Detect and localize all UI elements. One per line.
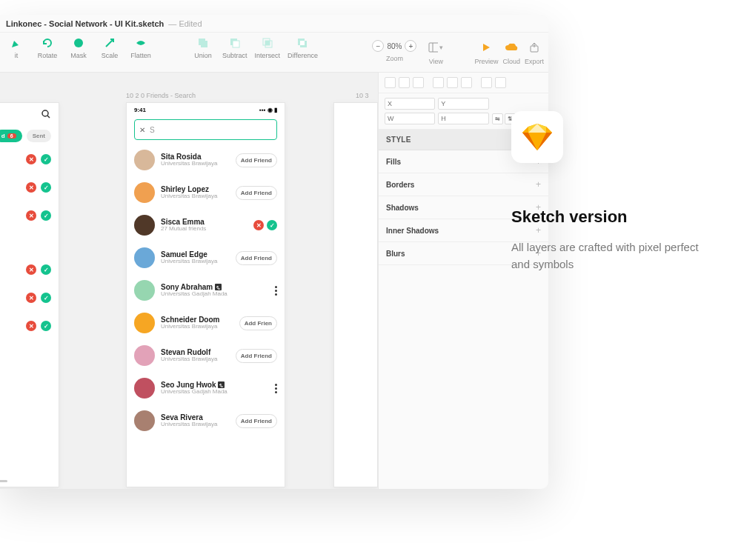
friend-subtitle: Universitas Brawijaya xyxy=(161,421,230,428)
toolbar: it Rotate Mask Scale Flatten xyxy=(0,33,548,73)
view-icon: ▾ xyxy=(428,40,443,55)
friend-subtitle: 27 Mutual friends xyxy=(161,226,247,233)
decline-icon[interactable]: ✕ xyxy=(26,154,36,164)
clear-search-icon[interactable]: ✕ xyxy=(139,126,145,134)
distribute-v-icon[interactable] xyxy=(495,77,506,88)
align-top-icon[interactable] xyxy=(433,77,444,88)
toolbar-item-scale[interactable]: Scale xyxy=(98,36,122,59)
toolbar-item-flatten[interactable]: Flatten xyxy=(129,36,153,59)
friend-row[interactable]: Sony Abraham Universitas Gadjah Mada xyxy=(134,276,277,304)
add-friend-button[interactable]: Add Friend xyxy=(236,251,277,265)
mask-icon xyxy=(71,36,86,50)
search-field[interactable]: ✕ xyxy=(134,119,277,140)
toolbar-item-union[interactable]: Union xyxy=(191,36,215,59)
toolbar-preview[interactable]: Preview xyxy=(474,36,498,65)
svg-rect-7 xyxy=(265,41,270,45)
union-icon xyxy=(196,36,210,50)
size-h-field[interactable] xyxy=(438,113,488,124)
artboard-right-peek[interactable] xyxy=(333,102,378,487)
decline-icon[interactable]: ✕ xyxy=(253,220,264,230)
zoom-out-button[interactable]: − xyxy=(372,40,384,52)
toolbar-item-edit[interactable]: it xyxy=(4,36,28,59)
flip-h-icon[interactable]: ⇋ xyxy=(492,113,503,124)
more-icon[interactable] xyxy=(275,286,277,296)
avatar xyxy=(134,150,155,170)
friend-row[interactable]: Shirley Lopez Universitas Brawijaya Add … xyxy=(134,179,277,207)
align-left-icon[interactable] xyxy=(385,77,396,88)
friend-row[interactable]: Seva Rivera Universitas Brawijaya Add Fr… xyxy=(134,407,277,435)
friend-subtitle: Universitas Brawijaya xyxy=(161,259,230,265)
friend-row[interactable]: Seo Jung Hwok Universitas Gadjah Mada xyxy=(134,374,277,402)
friend-row[interactable]: Sisca Emma 27 Mutual friends ✕✓ xyxy=(134,211,277,239)
canvas[interactable]: d6 Sent ✕✓ ✕✓ ✕✓ on ✕✓ ✕✓ ✕✓ 10 2 0 Frie… xyxy=(0,73,378,489)
add-friend-button[interactable]: Add Friend xyxy=(236,414,277,428)
svg-rect-2 xyxy=(201,41,207,47)
toolbar-group-boolean: Union Subtract Intersect Difference xyxy=(191,36,318,59)
svg-point-14 xyxy=(42,110,48,116)
size-w-field[interactable] xyxy=(385,113,435,124)
intersect-icon xyxy=(260,36,275,50)
search-icon[interactable] xyxy=(41,109,51,119)
received-pill[interactable]: d6 xyxy=(0,130,22,142)
artboard-label-mid: 10 2 0 Friends - Search xyxy=(126,92,196,99)
add-friend-button[interactable]: Add Friend xyxy=(236,349,277,363)
zoom-in-button[interactable]: + xyxy=(405,40,416,52)
pos-x-field[interactable] xyxy=(385,98,435,110)
pos-y-field[interactable] xyxy=(438,98,488,110)
verified-icon xyxy=(215,284,222,290)
align-right-icon[interactable] xyxy=(413,77,424,88)
align-center-icon[interactable] xyxy=(399,77,410,88)
status-time: 9:41 xyxy=(134,107,146,113)
toolbar-view[interactable]: ▾ View xyxy=(428,36,443,65)
friend-subtitle: Universitas Gadjah Mada xyxy=(161,291,269,298)
align-bottom-icon[interactable] xyxy=(461,77,472,88)
friend-row[interactable]: Samuel Edge Universitas Brawijaya Add Fr… xyxy=(134,244,277,272)
toolbar-item-subtract[interactable]: Subtract xyxy=(222,36,247,59)
avatar xyxy=(134,247,155,268)
more-icon[interactable] xyxy=(275,384,277,393)
artboard-left[interactable]: d6 Sent ✕✓ ✕✓ ✕✓ on ✕✓ ✕✓ ✕✓ xyxy=(0,102,59,487)
artboard-label-right: 10 3 xyxy=(356,92,369,99)
document-filename: Linkonec - Social Network - UI Kit.sketc… xyxy=(6,19,164,28)
sketch-app-window: Linkonec - Social Network - UI Kit.sketc… xyxy=(0,15,548,489)
home-indicator xyxy=(0,480,7,482)
svg-line-15 xyxy=(47,116,50,118)
zoom-label: Zoom xyxy=(386,55,403,62)
toolbar-item-rotate[interactable]: Rotate xyxy=(36,36,59,59)
phone-statusbar: 9:41 ▪▪▪ ◉ ▮ xyxy=(127,103,285,116)
distribute-h-icon[interactable] xyxy=(481,77,492,88)
friend-subtitle: Universitas Brawijaya xyxy=(161,161,230,167)
toolbar-cloud[interactable]: Cloud xyxy=(502,36,520,65)
difference-icon xyxy=(295,36,310,50)
friend-row[interactable]: Stevan Rudolf Universitas Brawijaya Add … xyxy=(134,341,277,370)
search-input[interactable] xyxy=(150,126,272,134)
sent-pill[interactable]: Sent xyxy=(27,130,51,142)
avatar xyxy=(134,378,155,399)
svg-point-0 xyxy=(74,39,83,47)
toolbar-item-difference[interactable]: Difference xyxy=(288,36,318,59)
add-friend-button[interactable]: Add Friend xyxy=(236,186,277,200)
document-edited-label: — Edited xyxy=(168,19,202,28)
toolbar-item-intersect[interactable]: Intersect xyxy=(255,36,281,59)
svg-rect-11 xyxy=(429,43,438,52)
avatar xyxy=(134,313,155,333)
add-friend-button[interactable]: Add Frien xyxy=(239,316,277,330)
rotate-icon xyxy=(40,36,55,50)
cloud-icon xyxy=(504,40,519,55)
artboard-friends-search[interactable]: 9:41 ▪▪▪ ◉ ▮ ✕ Sita Rosida Universitas B… xyxy=(126,102,285,487)
toolbar-export[interactable]: Export xyxy=(525,36,544,65)
flatten-icon xyxy=(133,36,148,50)
friend-row[interactable]: Schneider Doom Universitas Brawijaya Add… xyxy=(134,309,277,337)
toolbar-group-transform: it Rotate Mask Scale Flatten xyxy=(4,36,153,59)
friends-list: Sita Rosida Universitas Brawijaya Add Fr… xyxy=(127,146,285,435)
toolbar-zoom: − 80% + Zoom xyxy=(372,36,416,62)
svg-rect-10 xyxy=(300,41,305,45)
accept-icon[interactable]: ✓ xyxy=(267,220,277,230)
friend-row[interactable]: Sita Rosida Universitas Brawijaya Add Fr… xyxy=(134,146,277,174)
promo-block: Sketch version All layers are crafted wi… xyxy=(511,111,719,273)
toolbar-item-mask[interactable]: Mask xyxy=(67,36,90,59)
align-middle-icon[interactable] xyxy=(447,77,458,88)
accept-icon[interactable]: ✓ xyxy=(41,154,51,164)
avatar xyxy=(134,182,155,203)
add-friend-button[interactable]: Add Friend xyxy=(236,153,277,167)
